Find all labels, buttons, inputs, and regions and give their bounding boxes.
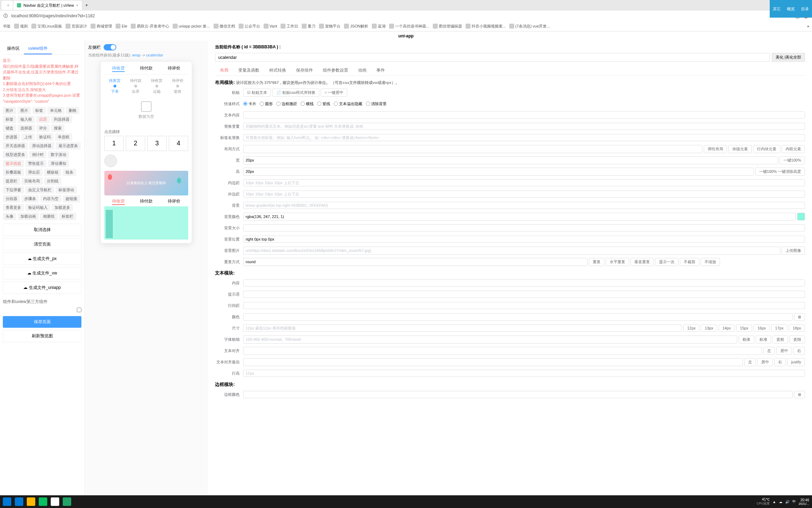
bookmark-item[interactable]: 页面设计 [66,24,87,29]
component-tag[interactable]: 删格 [66,107,79,114]
quick-style-radio[interactable]: 边框微距 [276,101,297,107]
align-last-opt[interactable]: justify [787,358,805,366]
align-last-input[interactable] [243,358,743,366]
component-tag[interactable]: 图片 [18,107,31,114]
preview-tab[interactable]: 待收货 [112,65,125,72]
gen-uniapp-button[interactable]: ☁ 生成文件_uniapp [3,282,81,294]
bookmark-item[interactable]: 书签 [3,24,11,29]
line-h-input[interactable] [243,370,805,377]
weight-opt[interactable]: 粗体 [739,335,754,344]
new-tab-button[interactable]: + [82,3,91,8]
component-tag[interactable]: 验证码输入 [25,204,50,211]
component-tag[interactable]: 超链接 [63,195,80,202]
strip-item[interactable]: 目录 [801,6,809,12]
step-item[interactable]: 待发货下单 [109,78,121,94]
info-icon[interactable]: ⓘ [4,13,8,19]
preview-tab[interactable]: 待评价 [168,65,180,72]
clear-page-button[interactable]: 清空页面 [3,238,81,250]
tab-save[interactable]: 保存组件 [291,65,318,75]
inline-button[interactable]: 内联元素 [782,145,805,153]
repeat-opt[interactable]: 不裁剪 [680,258,699,266]
component-tag[interactable]: 步骤条 [21,195,39,202]
component-name-input[interactable] [215,53,770,62]
browser-tab-1[interactable]: × [1,1,13,10]
size-opt[interactable]: 13px [701,325,717,332]
tray-icon[interactable]: ☁ [779,500,782,503]
taskbar-app[interactable] [39,497,47,503]
size-opt[interactable]: 16px [753,325,770,332]
tab-operate[interactable]: 操作区 [3,43,24,54]
align-last-opt[interactable]: 右 [774,358,786,366]
upload-button[interactable]: 上传图像 [782,247,805,255]
padding-input[interactable] [243,179,805,186]
browser-tab-2[interactable]: Navbar 自定义导航栏 | uView × [13,1,82,10]
component-tag[interactable]: 上传 [21,133,35,141]
height-input[interactable] [243,168,754,176]
component-tag[interactable]: 分段器 [3,195,20,202]
component-tag[interactable]: 倒计时 [29,151,47,158]
preview-tab[interactable]: 待收货 [112,198,125,205]
taskbar-app[interactable] [27,497,35,503]
tab-events[interactable]: 事件 [371,65,390,75]
size-opt[interactable]: 12px [683,325,700,332]
repeat-input[interactable] [243,258,588,266]
text-content-input[interactable] [243,111,805,119]
banner-image[interactable]: 以青春的名义 被过度期待 [104,171,188,195]
close-icon[interactable]: × [76,3,78,7]
preview-tab[interactable]: 待评价 [168,198,180,205]
bg-color-input[interactable] [243,213,796,220]
quick-style-radio[interactable]: 圆形 [260,101,273,107]
phone-preview[interactable]: 待收货 待付款 待评价 待发货下单 待付款出库 待收货运输 待评价签收 数据为空… [100,61,192,243]
component-tag[interactable]: 单元格 [47,107,64,114]
step-item[interactable]: 待评价签收 [172,78,184,94]
temp-widget[interactable]: 41℃ CPU温度 [757,497,770,503]
repeat-opt[interactable]: 显示一次 [655,258,678,266]
color-swatch[interactable] [797,213,805,220]
url-input[interactable]: localhost:8080/#/pages/index/index?id=11… [11,13,785,19]
bookmark-item[interactable]: uniapp picker 发... [173,24,210,29]
taskbar-app[interactable] [63,497,71,503]
component-tag[interactable]: 输入框 [18,116,35,123]
tag-replace-input[interactable] [243,134,805,141]
line-height-input[interactable] [243,302,805,309]
bookmark-item[interactable]: 工作日 [281,24,298,29]
component-tag[interactable]: 步进器 [3,133,20,141]
layout-mode-input[interactable] [243,145,702,153]
bookmark-item[interactable]: Ele [116,24,127,29]
bookmark-item[interactable]: 宠物平台 [319,24,340,29]
tab-params[interactable]: 组件参数设置 [318,65,353,75]
taskbar-app[interactable] [51,497,59,503]
repeat-opt[interactable]: 垂直重复 [630,258,654,266]
component-tag[interactable]: 提原栏 [3,177,20,185]
component-tag[interactable]: 提示信息 [3,160,24,167]
component-tag[interactable]: 验证码 [36,133,54,141]
component-tag[interactable]: 标签滑动 [56,186,77,194]
width-100-button[interactable]: 一键100% [780,156,805,164]
bg-size-input[interactable] [243,224,805,231]
margin-input[interactable] [243,190,805,198]
component-tag[interactable]: 标签 [32,107,46,114]
border-color-picker[interactable]: ⊞ [794,391,805,398]
component-tag[interactable]: 键盘 [3,125,16,132]
quick-style-radio[interactable]: 竖线 [317,101,330,107]
tab-uview[interactable]: uview组件 [24,43,52,54]
component-tag[interactable]: 日历 [36,116,50,123]
beautify-button[interactable]: 美化 |美化全部 [772,53,805,62]
component-tag[interactable]: 横纵链 [44,169,61,176]
quick-style-radio[interactable]: 卡片 [243,101,256,107]
bookmark-item[interactable]: JSON解析 [344,24,368,29]
preview-tab[interactable]: 待付款 [140,65,153,72]
num-cell[interactable]: 1 [104,136,124,151]
component-tag[interactable]: 开关选择器 [3,142,28,150]
text-color-input[interactable] [243,313,793,321]
bookmark-item[interactable]: 公众平台 [239,24,260,29]
component-tag[interactable]: 线型进度条 [3,151,28,158]
component-tag[interactable]: 宫格布局 [21,177,43,185]
repeat-opt[interactable]: 水平重复 [606,258,629,266]
bg-pos-input[interactable] [243,236,805,243]
text-content-input[interactable] [243,279,805,286]
bg-img-input[interactable] [243,247,780,255]
component-tag[interactable]: 警告提示 [25,160,47,167]
component-tag[interactable]: 内容为空 [40,195,61,202]
strip-item[interactable]: 概览 [787,6,795,12]
